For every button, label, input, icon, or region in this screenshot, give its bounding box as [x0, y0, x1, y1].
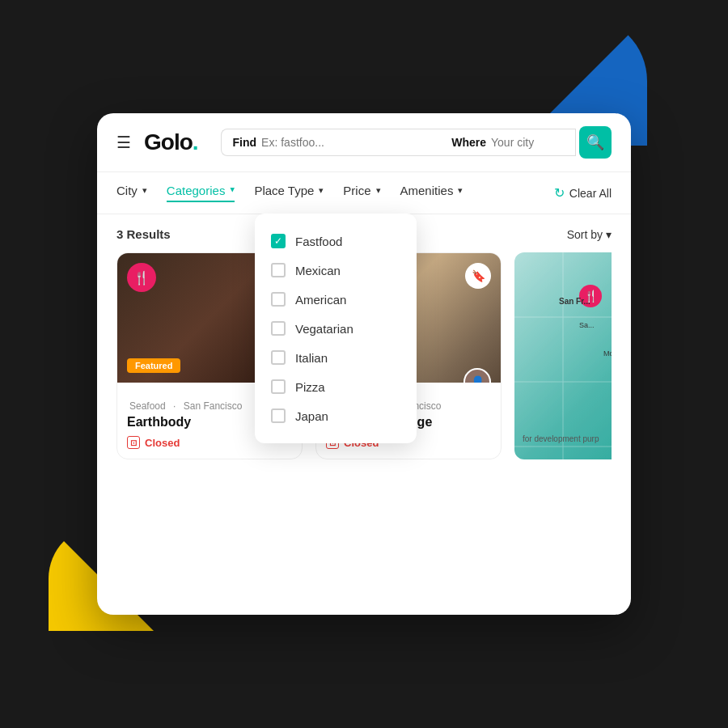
- search-find-field: Find: [221, 129, 441, 156]
- place-type-chevron-icon: ▾: [319, 185, 324, 196]
- item-label-pizza: Pizza: [295, 380, 325, 394]
- results-count: 3 Results: [116, 227, 171, 241]
- categories-label: Categories: [167, 184, 226, 197]
- map-city-label-mo: Mo...: [603, 349, 612, 358]
- city-chevron-icon: ▾: [142, 185, 147, 196]
- categories-dropdown: ✓ Fastfood Mexican American Vegatarian I…: [255, 214, 417, 443]
- filter-amenities[interactable]: Amenities ▾: [400, 184, 463, 202]
- amenities-label: Amenities: [400, 184, 454, 197]
- item-label-vegatarian: Vegatarian: [295, 322, 353, 336]
- main-card: ☰ Golo. Find Where 🔍 City ▾ Categories ▴: [97, 113, 631, 615]
- city-label: City: [116, 184, 138, 197]
- filter-categories[interactable]: Categories ▴: [167, 184, 235, 202]
- price-label: Price: [343, 184, 370, 197]
- hamburger-icon[interactable]: ☰: [116, 133, 131, 152]
- logo-dot: .: [193, 129, 198, 154]
- dropdown-item-vegatarian[interactable]: Vegatarian: [271, 314, 400, 343]
- dropdown-item-japan[interactable]: Japan: [271, 401, 400, 430]
- dropdown-item-fastfood[interactable]: ✓ Fastfood: [271, 226, 400, 256]
- dropdown-item-pizza[interactable]: Pizza: [271, 372, 400, 401]
- clear-all-button[interactable]: ↻ Clear All: [554, 185, 612, 201]
- price-chevron-icon: ▾: [376, 185, 381, 196]
- filter-city[interactable]: City ▾: [116, 184, 147, 202]
- item-label-japan: Japan: [295, 409, 328, 423]
- checkbox-japan[interactable]: [271, 408, 286, 423]
- navbar: ☰ Golo. Find Where 🔍: [97, 113, 631, 172]
- dropdown-item-american[interactable]: American: [271, 285, 400, 314]
- item-label-fastfood: Fastfood: [295, 235, 342, 248]
- clear-all-label: Clear All: [569, 187, 612, 200]
- map-city-label-sf: San Fr...: [559, 297, 590, 306]
- status-icon-earthbody: ⊡: [127, 436, 140, 449]
- map-grid: [514, 252, 612, 459]
- meta-dot-earthbody: ·: [173, 400, 176, 412]
- checkbox-vegatarian[interactable]: [271, 321, 286, 336]
- item-label-italian: Italian: [295, 351, 328, 365]
- checkbox-pizza[interactable]: [271, 379, 286, 394]
- logo-text: Golo: [144, 129, 193, 154]
- search-button[interactable]: 🔍: [579, 126, 612, 159]
- find-input[interactable]: [261, 136, 429, 149]
- place-city-earthbody: San Fancisco: [184, 400, 243, 412]
- dropdown-item-mexican[interactable]: Mexican: [271, 256, 400, 285]
- item-label-american: American: [295, 293, 346, 307]
- filter-bar: City ▾ Categories ▴ Place Type ▾ Price ▾…: [97, 172, 631, 214]
- map-panel: 🍴 San Fr... Sa... Mo... for development …: [514, 252, 612, 459]
- amenities-chevron-icon: ▾: [458, 185, 463, 196]
- checkbox-american[interactable]: [271, 292, 286, 307]
- checkbox-italian[interactable]: [271, 350, 286, 365]
- logo: Golo.: [144, 129, 198, 155]
- sort-chevron-icon: ▾: [606, 228, 612, 241]
- bookmark-button-view-lounge[interactable]: 🔖: [465, 263, 491, 289]
- map-dev-text: for development purp: [523, 434, 599, 443]
- find-label: Find: [233, 136, 257, 149]
- refresh-icon: ↻: [554, 185, 565, 201]
- where-input[interactable]: [491, 136, 564, 149]
- place-type-label: Place Type: [254, 184, 314, 197]
- place-category-earthbody: Seafood: [129, 400, 166, 412]
- filter-place-type[interactable]: Place Type ▾: [254, 184, 324, 202]
- checkbox-mexican[interactable]: [271, 263, 286, 277]
- map-background: 🍴 San Fr... Sa... Mo... for development …: [514, 252, 612, 459]
- search-bar: Find Where 🔍: [221, 126, 612, 159]
- restaurant-icon-earthbody: 🍴: [127, 263, 156, 292]
- dropdown-item-italian[interactable]: Italian: [271, 343, 400, 372]
- categories-chevron-icon: ▴: [230, 185, 235, 196]
- search-where-field: Where: [440, 129, 576, 156]
- checkbox-fastfood[interactable]: ✓: [271, 234, 286, 248]
- sort-by-label: Sort by: [567, 228, 603, 241]
- filter-price[interactable]: Price ▾: [343, 184, 380, 202]
- featured-badge-earthbody: Featured: [127, 358, 180, 373]
- status-text-earthbody: Closed: [145, 437, 180, 449]
- map-city-label-sa: Sa...: [579, 321, 595, 329]
- item-label-mexican: Mexican: [295, 264, 341, 277]
- where-label: Where: [451, 136, 486, 149]
- sort-by-button[interactable]: Sort by ▾: [567, 228, 612, 241]
